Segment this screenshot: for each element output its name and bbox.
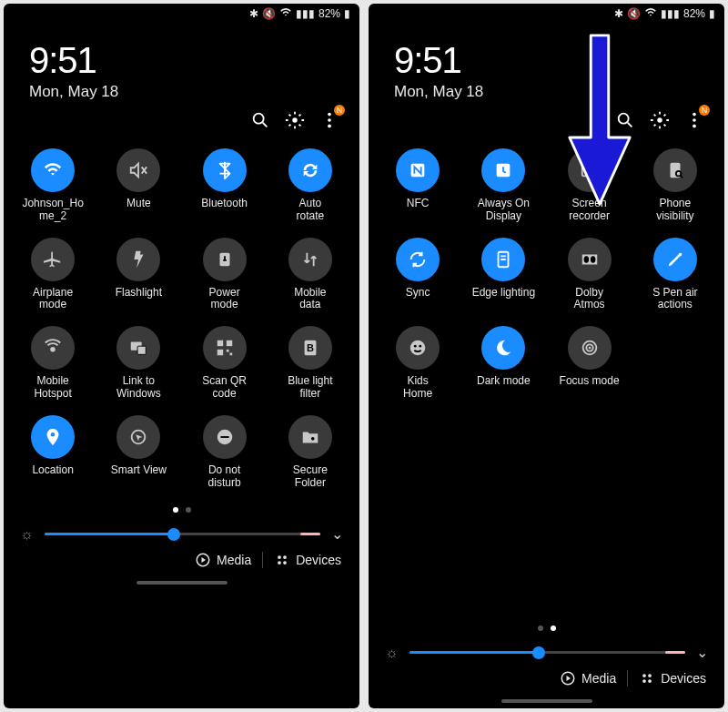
tile-linkwin[interactable]: Link to Windows bbox=[96, 320, 180, 406]
brightness-icon: ☼ bbox=[20, 526, 34, 543]
svg-point-40 bbox=[328, 113, 331, 117]
tile-dnd[interactable]: Do not disturb bbox=[183, 410, 267, 495]
tile-spen[interactable]: S Pen air actions bbox=[633, 232, 717, 318]
bluelight-icon bbox=[288, 326, 332, 370]
page-dot-2 bbox=[186, 507, 191, 513]
action-row: N bbox=[369, 105, 724, 139]
settings-gear-icon[interactable] bbox=[285, 110, 305, 130]
tile-label: Power mode bbox=[209, 287, 240, 312]
nav-gesture-pill[interactable] bbox=[136, 581, 228, 585]
tile-label: Mute bbox=[126, 198, 151, 210]
smartview-icon bbox=[116, 415, 160, 459]
page-indicator[interactable] bbox=[369, 616, 724, 638]
linkwin-icon bbox=[116, 326, 160, 370]
media-label: Media bbox=[581, 671, 616, 686]
tile-dolby[interactable]: Dolby Atmos bbox=[548, 232, 632, 318]
tile-secure[interactable]: Secure Folder bbox=[268, 410, 352, 495]
tile-power[interactable]: Power mode bbox=[183, 232, 267, 318]
tile-sync[interactable]: Sync bbox=[376, 232, 460, 318]
notification-badge: N bbox=[699, 105, 710, 116]
spen-icon bbox=[653, 238, 697, 281]
tile-label: Always On Display bbox=[478, 198, 530, 223]
header: 9:51 Mon, May 18 bbox=[4, 24, 359, 105]
tile-label: Johnson_Ho me_2 bbox=[22, 198, 83, 223]
page-indicator[interactable] bbox=[4, 498, 359, 520]
play-icon bbox=[560, 670, 576, 687]
tile-dark[interactable]: Dark mode bbox=[461, 320, 545, 406]
status-bar: ✱ 🔇 ▮▮▮ 82% ▮ bbox=[369, 4, 724, 24]
tile-label: Blue light filter bbox=[288, 375, 332, 401]
tile-edge[interactable]: Edge lighting bbox=[461, 232, 545, 318]
screenrec-icon bbox=[568, 148, 612, 192]
tile-flashlight[interactable]: Flashlight bbox=[96, 232, 180, 318]
bottom-panel: Media Devices bbox=[369, 666, 724, 696]
tile-screenrec[interactable]: Screen recorder bbox=[548, 143, 632, 229]
clock-time: 9:51 bbox=[394, 40, 699, 81]
slider-thumb[interactable] bbox=[532, 646, 545, 659]
overflow-menu-icon[interactable]: N bbox=[684, 110, 704, 130]
tile-airplane[interactable]: Airplane mode bbox=[11, 232, 95, 318]
brightness-row: ☼ ⌄ bbox=[4, 520, 359, 548]
tile-label: Location bbox=[32, 464, 73, 477]
tile-smartview[interactable]: Smart View bbox=[96, 410, 180, 495]
search-icon[interactable] bbox=[250, 110, 270, 130]
overflow-menu-icon[interactable]: N bbox=[319, 110, 339, 130]
wifi-icon bbox=[31, 148, 75, 192]
tile-aod[interactable]: Always On Display bbox=[461, 143, 545, 229]
header: 9:51 Mon, May 18 bbox=[369, 24, 724, 105]
action-row: N bbox=[4, 105, 359, 139]
brightness-slider[interactable] bbox=[410, 651, 685, 654]
media-panel-button[interactable]: Media bbox=[560, 670, 616, 687]
dnd-icon bbox=[203, 415, 247, 459]
brightness-slider[interactable] bbox=[45, 533, 320, 535]
slider-thumb[interactable] bbox=[167, 528, 180, 541]
kids-icon bbox=[396, 326, 440, 370]
svg-point-42 bbox=[328, 125, 331, 128]
tile-bluelight[interactable]: Blue light filter bbox=[268, 320, 352, 406]
dark-icon bbox=[481, 326, 525, 370]
tile-wifi[interactable]: Johnson_Ho me_2 bbox=[11, 143, 95, 229]
tile-label: Sync bbox=[406, 287, 430, 300]
notification-badge: N bbox=[334, 105, 345, 116]
search-icon[interactable] bbox=[615, 110, 635, 130]
page-dot-2 bbox=[551, 626, 556, 631]
tile-label: Smart View bbox=[111, 464, 167, 477]
svg-point-41 bbox=[328, 118, 331, 122]
nfc-icon bbox=[396, 148, 440, 192]
media-panel-button[interactable]: Media bbox=[195, 552, 251, 568]
wifi-status-icon bbox=[644, 6, 657, 22]
tile-label: Airplane mode bbox=[33, 287, 73, 312]
tile-phonevis[interactable]: Phone visibility bbox=[633, 143, 717, 229]
tile-label: Auto rotate bbox=[297, 198, 325, 223]
tile-autorotate[interactable]: Auto rotate bbox=[268, 143, 352, 229]
devices-panel-button[interactable]: Devices bbox=[274, 552, 341, 568]
devices-panel-button[interactable]: Devices bbox=[639, 670, 706, 687]
tile-focus[interactable]: Focus mode bbox=[548, 320, 632, 406]
tile-mobiledata[interactable]: Mobile data bbox=[268, 232, 352, 318]
settings-gear-icon[interactable] bbox=[650, 110, 670, 130]
tile-mute[interactable]: Mute bbox=[96, 143, 180, 229]
tile-label: Mobile data bbox=[294, 287, 326, 312]
tile-hotspot[interactable]: Mobile Hotspot bbox=[11, 320, 95, 406]
tile-location[interactable]: Location bbox=[11, 410, 95, 495]
bluetooth-status-icon: ✱ bbox=[249, 7, 258, 20]
phone-right: ✱ 🔇 ▮▮▮ 82% ▮ 9:51 Mon, May 18 N NFCAlwa… bbox=[369, 4, 724, 708]
tile-label: Screen recorder bbox=[569, 198, 610, 223]
status-bar: ✱ 🔇 ▮▮▮ 82% ▮ bbox=[4, 4, 359, 24]
tile-nfc[interactable]: NFC bbox=[376, 143, 460, 229]
tile-kids[interactable]: Kids Home bbox=[376, 320, 460, 406]
brightness-row: ☼ ⌄ bbox=[369, 638, 724, 666]
location-icon bbox=[31, 415, 75, 459]
chevron-down-icon[interactable]: ⌄ bbox=[696, 644, 708, 661]
nav-gesture-pill[interactable] bbox=[501, 699, 592, 703]
tile-label: Flashlight bbox=[116, 287, 162, 300]
signal-status-icon: ▮▮▮ bbox=[296, 7, 315, 20]
autorotate-icon bbox=[288, 148, 332, 192]
chevron-down-icon[interactable]: ⌄ bbox=[331, 525, 343, 543]
airplane-icon bbox=[31, 238, 75, 281]
tile-label: Link to Windows bbox=[116, 375, 161, 401]
tile-qr[interactable]: Scan QR code bbox=[183, 320, 267, 406]
mobiledata-icon bbox=[288, 238, 332, 281]
tile-bluetooth[interactable]: Bluetooth bbox=[183, 143, 267, 229]
qr-icon bbox=[203, 326, 247, 370]
